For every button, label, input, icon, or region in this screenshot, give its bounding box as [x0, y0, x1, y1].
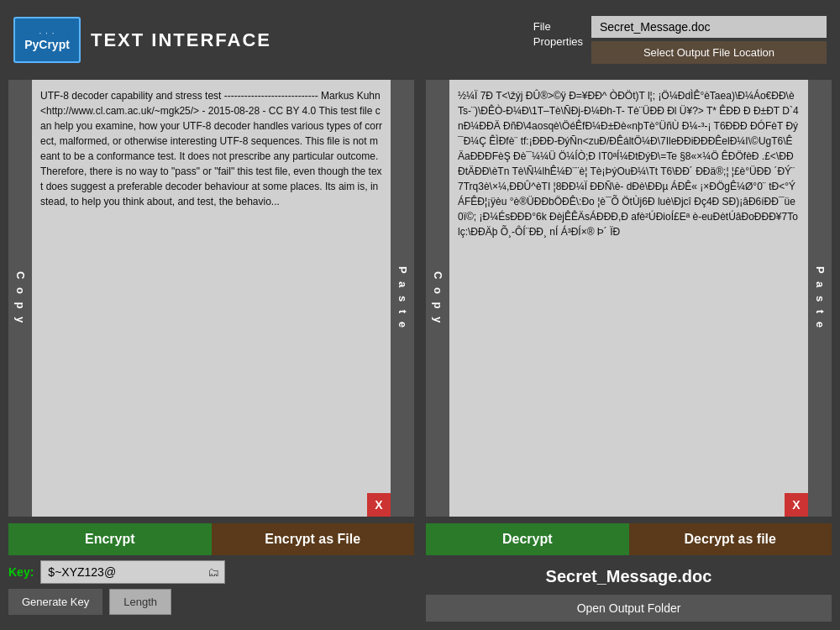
- copy-right-button[interactable]: C o p y: [426, 80, 449, 517]
- encrypt-buttons: Encrypt Encrypt as File: [8, 523, 414, 555]
- output-filename: Secret_Message.doc: [426, 560, 832, 590]
- decrypt-buttons: Decrypt Decrypt as file: [426, 523, 832, 555]
- logo-box: · · · PyCrypt: [13, 17, 81, 63]
- right-panel: C o p y ½¼Ï 7Ð T<\žýj ÐÛ®>©ÿ Ð=¥ÐÐ^ ÒÐÖt…: [426, 80, 832, 517]
- paste-right-button[interactable]: P a s t e: [808, 80, 832, 517]
- length-button[interactable]: Length: [109, 589, 171, 615]
- generate-key-button[interactable]: Generate Key: [8, 589, 102, 615]
- key-input[interactable]: [41, 561, 202, 583]
- left-clear-button[interactable]: X: [367, 493, 391, 517]
- open-output-folder-button[interactable]: Open Output Folder: [426, 595, 832, 622]
- left-panel: C o p y UTF-8 decoder capability and str…: [8, 80, 414, 517]
- encrypt-button[interactable]: Encrypt: [8, 523, 212, 555]
- left-text-area: UTF-8 decoder capability and stress test…: [32, 80, 391, 517]
- file-properties-label: File Properties: [533, 16, 583, 50]
- key-label: Key:: [8, 565, 34, 579]
- left-text-content: UTF-8 decoder capability and stress test…: [32, 80, 391, 517]
- paste-left-button[interactable]: P a s t e: [391, 80, 414, 517]
- encrypt-file-button[interactable]: Encrypt as File: [212, 523, 415, 555]
- header: · · · PyCrypt TEXT INTERFACE File Proper…: [0, 0, 840, 80]
- right-text-area: ½¼Ï 7Ð T<\žýj ÐÛ®>©ÿ Ð=¥ÐÐ^ ÒÐÖt)T l¦; ¡…: [449, 80, 808, 517]
- copy-left-button[interactable]: C o p y: [8, 80, 32, 517]
- key-buttons-row: Generate Key Length: [8, 589, 414, 615]
- file-properties: File Properties Select Output File Locat…: [533, 16, 827, 64]
- decrypt-file-button[interactable]: Decrypt as file: [629, 523, 832, 555]
- right-clear-button[interactable]: X: [785, 493, 808, 517]
- logo-text: PyCrypt: [24, 38, 70, 51]
- filename-input[interactable]: [591, 16, 827, 38]
- app-title: TEXT INTERFACE: [91, 29, 271, 51]
- bottom-left: Encrypt Encrypt as File Key: 🗂 Generate …: [8, 523, 414, 622]
- select-output-button[interactable]: Select Output File Location: [591, 41, 827, 64]
- key-file-icon: 🗂: [202, 562, 224, 582]
- logo-dots: · · ·: [39, 29, 55, 38]
- bottom-section: Encrypt Encrypt as File Key: 🗂 Generate …: [0, 517, 840, 628]
- key-row: Key: 🗂: [8, 560, 414, 584]
- main-content: C o p y UTF-8 decoder capability and str…: [0, 80, 840, 517]
- right-text-content: ½¼Ï 7Ð T<\žýj ÐÛ®>©ÿ Ð=¥ÐÐ^ ÒÐÖt)T l¦; ¡…: [449, 80, 808, 517]
- key-input-wrapper: 🗂: [40, 560, 225, 584]
- file-props-right: Select Output File Location: [591, 16, 827, 64]
- bottom-right: Decrypt Decrypt as file Secret_Message.d…: [426, 523, 832, 622]
- logo-area: · · · PyCrypt TEXT INTERFACE: [13, 17, 271, 63]
- panel-divider: [414, 80, 426, 517]
- decrypt-button[interactable]: Decrypt: [426, 523, 629, 555]
